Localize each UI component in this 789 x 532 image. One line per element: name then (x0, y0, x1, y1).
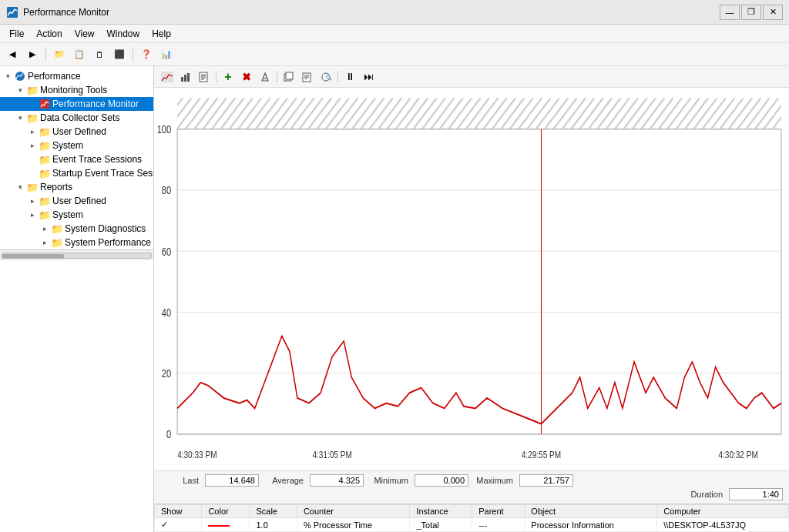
ptb-copy-image[interactable] (280, 69, 297, 85)
ptb-properties[interactable]: 🔍 (317, 69, 334, 85)
svg-text:🔍: 🔍 (325, 74, 332, 82)
cell-show: ✓ (155, 518, 202, 532)
event-trace-sessions-label: Event Trace Sessions (52, 154, 142, 165)
table-row[interactable]: ✓ 1.0 % Processor Time _Total --- Proces… (155, 518, 789, 532)
toolbar-forward[interactable]: ▶ (23, 46, 42, 63)
expand-reports[interactable]: ▾ (15, 182, 25, 192)
minimum-label: Minimum (370, 476, 408, 485)
toolbar-up[interactable]: 📁 (50, 46, 69, 63)
col-instance: Instance (410, 505, 472, 518)
cell-computer: \\DESKTOP-4L537JQ (657, 518, 789, 532)
tree-system-performance[interactable]: ▸ 📁 System Performance (0, 236, 153, 249)
expand-sys1[interactable]: ▸ (28, 141, 37, 150)
svg-text:60: 60 (162, 245, 171, 258)
last-label: Last (160, 476, 199, 485)
reports-label: Reports (40, 182, 72, 192)
perfmon-icon (39, 98, 51, 110)
menu-window[interactable]: Window (101, 27, 146, 41)
tree-user-defined-1[interactable]: ▸ 📁 User Defined (0, 125, 153, 139)
col-counter: Counter (297, 505, 410, 518)
tree-event-trace-sessions[interactable]: 📁 Event Trace Sessions (0, 152, 153, 166)
expand-dcs[interactable]: ▾ (15, 113, 25, 122)
toolbar-back[interactable]: ◀ (3, 46, 22, 63)
tree-system-diagnostics[interactable]: ▸ 📁 System Diagnostics (0, 222, 153, 236)
tree-system-1[interactable]: ▸ 📁 System (0, 139, 153, 152)
svg-text:0: 0 (166, 428, 171, 441)
expand-root[interactable]: ▾ (3, 72, 12, 81)
data-table-container: Show Color Scale Counter Instance Parent… (154, 504, 789, 532)
menu-help[interactable]: Help (146, 27, 177, 41)
folder-icon-dcs: 📁 (26, 112, 39, 124)
data-collector-sets-label: Data Collector Sets (40, 112, 119, 123)
sidebar-scrollbar[interactable] (0, 249, 153, 260)
menu-action[interactable]: Action (30, 27, 68, 41)
tree-user-defined-2[interactable]: ▸ 📁 User Defined (0, 194, 153, 208)
duration-label: Duration (684, 490, 723, 499)
expand-perfmon (28, 99, 37, 109)
svg-text:80: 80 (162, 184, 171, 197)
stats-row-1: Last 14.648 Average 4.325 Minimum 0.000 … (160, 474, 783, 487)
cell-object: Processor Information (525, 518, 657, 532)
menu-view[interactable]: View (69, 27, 101, 41)
scrollbar-thumb[interactable] (2, 254, 64, 259)
window-title: Performance Monitor (23, 7, 720, 18)
expand-ets (28, 155, 37, 164)
toolbar-new[interactable]: 🗒 (90, 46, 109, 63)
expand-set (28, 169, 37, 178)
ptb-report[interactable] (196, 69, 213, 85)
tree-data-collector-sets[interactable]: ▾ 📁 Data Collector Sets (0, 111, 153, 125)
ptb-add-counter[interactable]: + (220, 69, 237, 85)
tree-performance-monitor[interactable]: Performance Monitor (0, 97, 153, 111)
ptb-next[interactable]: ⏭ (360, 69, 377, 85)
menu-bar: File Action View Window Help (0, 25, 789, 43)
stats-row-2: Duration 1:40 (160, 488, 783, 500)
expand-ud2[interactable]: ▸ (28, 196, 37, 206)
toolbar-settings[interactable]: ⬛ (110, 46, 129, 63)
scrollbar-track[interactable] (2, 253, 152, 259)
minimum-value: 0.000 (415, 474, 468, 487)
restore-button[interactable]: ❐ (741, 5, 761, 20)
window-controls[interactable]: — ❐ ✕ (720, 5, 783, 20)
cell-scale: 1.0 (250, 518, 297, 532)
close-button[interactable]: ✕ (763, 5, 783, 20)
col-show: Show (155, 505, 202, 518)
stats-bar: Last 14.648 Average 4.325 Minimum 0.000 … (154, 470, 789, 504)
ptb-delete-counter[interactable]: ✖ (238, 69, 255, 85)
expand-ud1[interactable]: ▸ (28, 127, 37, 136)
ptb-chart-view[interactable] (159, 69, 176, 85)
toolbar-show-hide[interactable]: 📋 (70, 46, 89, 63)
tree-startup-event-trace[interactable]: 📁 Startup Event Trace Sess (0, 166, 153, 180)
expand-sd[interactable]: ▸ (40, 224, 49, 233)
tree-reports[interactable]: ▾ 📁 Reports (0, 180, 153, 194)
ptb-copy-data[interactable] (299, 69, 316, 85)
svg-rect-5 (184, 75, 186, 82)
expand-sys2[interactable]: ▸ (28, 210, 37, 219)
folder-icon-sd: 📁 (51, 223, 63, 235)
svg-rect-7 (200, 72, 207, 82)
system-2-label: System (52, 209, 83, 220)
toolbar-help[interactable]: ❓ (137, 46, 156, 63)
system-1-label: System (52, 140, 83, 151)
system-diagnostics-label: System Diagnostics (65, 223, 146, 234)
toolbar-extra[interactable]: 📊 (157, 46, 176, 63)
title-bar: Performance Monitor — ❐ ✕ (0, 0, 789, 25)
tree-monitoring-tools[interactable]: ▾ 📁 Monitoring Tools (0, 83, 153, 97)
performance-chart: 100 80 60 40 20 0 4:30:33 PM 4:31:05 PM … (154, 88, 789, 470)
ptb-histogram[interactable] (177, 69, 194, 85)
tree-root[interactable]: ▾ Performance (0, 69, 153, 83)
expand-sp[interactable]: ▸ (40, 238, 49, 247)
folder-icon-ud1: 📁 (39, 125, 51, 138)
expand-monitoring[interactable]: ▾ (15, 85, 25, 95)
folder-icon-monitoring: 📁 (26, 84, 39, 96)
main-layout: ▾ Performance ▾ 📁 Monitoring Tools (0, 66, 789, 532)
ptb-highlight[interactable] (257, 69, 274, 85)
folder-icon-sys2: 📁 (39, 209, 51, 221)
main-toolbar: ◀ ▶ 📁 📋 🗒 ⬛ ❓ 📊 (0, 43, 789, 66)
ptb-freeze[interactable]: ⏸ (341, 69, 358, 85)
menu-file[interactable]: File (3, 27, 30, 41)
svg-text:4:30:33 PM: 4:30:33 PM (177, 448, 217, 460)
chart-area: 100 80 60 40 20 0 4:30:33 PM 4:31:05 PM … (154, 88, 789, 470)
color-line-indicator (208, 525, 230, 527)
tree-system-2[interactable]: ▸ 📁 System (0, 208, 153, 222)
minimize-button[interactable]: — (720, 5, 740, 20)
